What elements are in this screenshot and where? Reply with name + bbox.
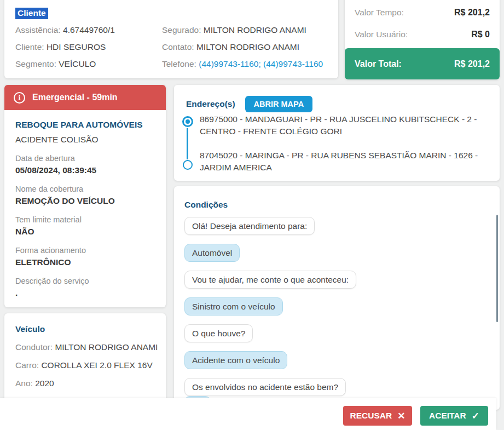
chat-bubble: Os envolvidos no acidente estão bem? [184,378,346,396]
chat-bubble: Automóvel [184,244,240,262]
field-contato: Contato: MILTON RODRIGO ANAMI [162,42,323,53]
chat-bubble: Acidente com o veículo [184,351,287,369]
accept-button-label: ACEITAR [429,411,466,421]
detail-label: Tem limite material [15,215,155,225]
detail-value: NÃO [15,226,155,237]
field-condutor: Condutor: MILTON RODRIGO ANAMI [15,342,155,353]
open-map-button[interactable]: ABRIR MAPA [245,96,313,112]
detail-label: Data de abertura [15,153,155,164]
chat-bubble: O que houve? [184,324,253,342]
action-footer: RECUSAR ✕ ACEITAR ✓ [0,398,496,430]
addresses-title: Endereço(s) [186,99,235,109]
service-name: REBOQUE PARA AUTOMÓVEIS [15,119,155,130]
values-card: Valor Tempo: R$ 201,2 Valor Usuário: R$ … [345,0,500,79]
detail-value: REMOÇÃO DO VEÍCULO [15,196,155,207]
reject-button-label: RECUSAR [350,411,392,421]
chat-bubble: Vou te ajudar, me conte o que aconteceu: [184,271,356,289]
valor-total-banner: Valor Total: R$ 201,2 [345,48,500,79]
detail-label: Forma acionamento [15,245,155,256]
accept-button[interactable]: ACEITAR ✓ [420,406,488,426]
detail-label: Descrição do serviço [15,276,155,286]
emergency-banner: i Emergencial - 59min [4,85,166,110]
info-icon: i [14,92,25,104]
timeline-connector [187,128,188,159]
check-icon: ✓ [472,410,479,422]
service-type: ACIDENTE COLISÃO [15,134,155,145]
valor-usuario-row: Valor Usuário: R$ 0 [345,30,500,39]
field-carro: Carro: COROLLA XEI 2.0 FLEX 16V [15,360,155,371]
chat-bubble: Sinistro com o veículo [184,297,283,316]
close-icon: ✕ [397,410,405,422]
vehicle-card: Veículo Condutor: MILTON RODRIGO ANAMI C… [4,313,166,410]
valor-tempo-row: Valor Tempo: R$ 201,2 [345,8,500,18]
addresses-card: Endereço(s) ABRIR MAPA 86975000 - MANDAG… [174,85,500,181]
valor-tempo-value: R$ 201,2 [454,8,490,18]
origin-address: 86975000 - MANDAGUARI - PR - RUA JUSCELI… [200,113,487,137]
destination-address: 87045020 - MARINGA - PR - RUA RUBENS SEB… [200,150,487,174]
conditions-card: Condições Olá! Deseja atendimento para: … [174,186,500,410]
conditions-title: Condições [184,200,228,210]
origin-radio-dot [186,119,190,124]
conditions-scrollbar[interactable] [496,215,499,322]
field-assistencia: Assistência: 4.67449760/1 [15,25,162,36]
service-card: i Emergencial - 59min REBOQUE PARA AUTOM… [4,85,166,307]
origin-radio-icon[interactable] [182,116,193,127]
field-ano: Ano: 2020 [15,378,155,389]
phone-link[interactable]: (44)99743-1160; (44)99743-1160 [199,59,323,68]
chat-bubble: Olá! Deseja atendimento para: [184,217,315,235]
client-fields: Assistência: 4.67449760/1 Cliente: HDI S… [15,25,327,70]
destination-radio-icon[interactable] [183,160,193,170]
detail-value: . [15,288,155,299]
reject-button[interactable]: RECUSAR ✕ [343,406,412,426]
detail-value: 05/08/2024, 08:39:45 [15,165,155,176]
field-cliente: Cliente: HDI SEGUROS [15,42,162,53]
detail-value: ELETRÔNICO [15,257,155,268]
field-segmento: Segmento: VEÍCULO [15,59,162,70]
vehicle-card-title: Veículo [15,324,155,334]
chat-messages: Olá! Deseja atendimento para: Automóvel … [184,217,356,396]
emergency-banner-label: Emergencial - 59min [32,93,118,102]
valor-total-value: R$ 201,2 [454,59,490,69]
client-card-title[interactable]: Cliente [15,8,48,19]
client-card: Cliente Assistência: 4.67449760/1 Client… [4,0,338,78]
field-telefone: Telefone: (44)99743-1160; (44)99743-1160 [162,59,323,70]
valor-usuario-value: R$ 0 [471,30,490,39]
detail-label: Nome da cobertura [15,184,155,194]
field-segurado: Segurado: MILTON RODRIGO ANAMI [162,25,323,36]
